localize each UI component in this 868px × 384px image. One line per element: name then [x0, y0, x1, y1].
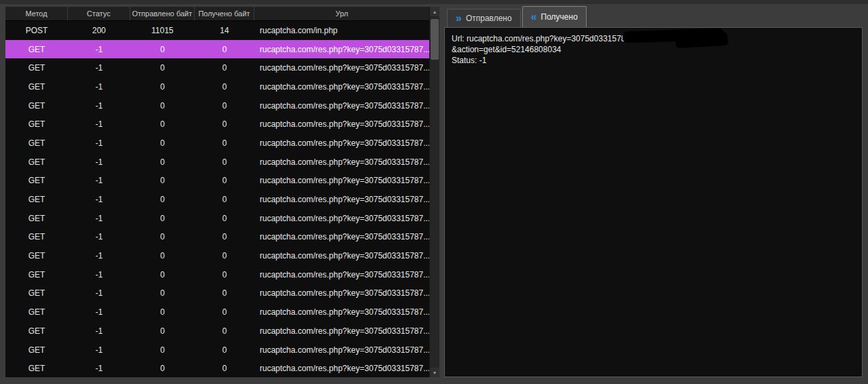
column-header-method[interactable]: Метод	[5, 7, 68, 20]
column-header-status[interactable]: Статус	[68, 7, 130, 20]
cell-sent-bytes: 0	[130, 190, 195, 209]
table-row[interactable]: GET -1 0 0 rucaptcha.com/res.php?key=307…	[5, 77, 429, 96]
table-body: POST 200 11015 14 rucaptcha.com/in.php G…	[5, 21, 429, 377]
table-row[interactable]: GET -1 0 0 rucaptcha.com/res.php?key=307…	[5, 228, 429, 247]
cell-method: POST	[5, 21, 68, 40]
table-row[interactable]: GET -1 0 0 rucaptcha.com/res.php?key=307…	[5, 115, 429, 134]
cell-status: -1	[68, 322, 130, 341]
cell-status: 200	[68, 21, 130, 40]
cell-received-bytes: 0	[195, 77, 254, 96]
requests-table-pane: Метод Статус Отправлено байт Получено ба…	[5, 7, 439, 377]
cell-method: GET	[5, 58, 68, 77]
cell-status: -1	[68, 58, 130, 77]
cell-method: GET	[5, 359, 68, 377]
cell-received-bytes: 0	[195, 134, 254, 153]
cell-received-bytes: 0	[195, 190, 254, 209]
table-row[interactable]: GET -1 0 0 rucaptcha.com/res.php?key=307…	[5, 359, 429, 377]
tab-sent[interactable]: » Отправлено	[447, 9, 521, 27]
cell-method: GET	[5, 77, 68, 96]
scrollbar-thumb[interactable]	[431, 19, 439, 60]
table-row[interactable]: GET -1 0 0 rucaptcha.com/res.php?key=307…	[5, 40, 429, 59]
cell-received-bytes: 14	[195, 21, 254, 40]
cell-url: rucaptcha.com/res.php?key=3075d03315787.…	[254, 341, 429, 360]
tab-received[interactable]: « Получено	[522, 6, 587, 27]
redaction-mark	[713, 32, 728, 41]
table-row[interactable]: GET -1 0 0 rucaptcha.com/res.php?key=307…	[5, 303, 429, 322]
response-params-line: &action=get&id=52146808034	[452, 44, 855, 55]
cell-received-bytes: 0	[195, 359, 254, 377]
table-row[interactable]: GET -1 0 0 rucaptcha.com/res.php?key=307…	[5, 190, 429, 209]
cell-url: rucaptcha.com/res.php?key=3075d03315787.…	[254, 209, 429, 228]
column-header-url[interactable]: Урл	[254, 7, 429, 20]
cell-sent-bytes: 0	[130, 246, 195, 265]
cell-sent-bytes: 0	[130, 153, 195, 172]
table-row[interactable]: POST 200 11015 14 rucaptcha.com/in.php	[5, 21, 429, 40]
table-row[interactable]: GET -1 0 0 rucaptcha.com/res.php?key=307…	[5, 209, 429, 228]
cell-received-bytes: 0	[195, 322, 254, 341]
cell-method: GET	[5, 96, 68, 115]
cell-url: rucaptcha.com/res.php?key=3075d03315787.…	[254, 265, 429, 284]
cell-method: GET	[5, 115, 68, 134]
table-row[interactable]: GET -1 0 0 rucaptcha.com/res.php?key=307…	[5, 246, 429, 265]
cell-received-bytes: 0	[195, 303, 254, 322]
table-header: Метод Статус Отправлено байт Получено ба…	[5, 7, 429, 21]
cell-url: rucaptcha.com/res.php?key=3075d03315787.…	[254, 153, 429, 172]
cell-status: -1	[68, 77, 130, 96]
table-row[interactable]: GET -1 0 0 rucaptcha.com/res.php?key=307…	[5, 96, 429, 115]
cell-url: rucaptcha.com/res.php?key=3075d03315787.…	[254, 134, 429, 153]
cell-received-bytes: 0	[195, 228, 254, 247]
scrollbar-down-arrow-icon[interactable]: ▼	[430, 368, 439, 377]
cell-received-bytes: 0	[195, 40, 254, 59]
cell-url: rucaptcha.com/res.php?key=3075d03315787.…	[254, 96, 429, 115]
column-header-sent-bytes[interactable]: Отправлено байт	[130, 7, 195, 20]
cell-url: rucaptcha.com/res.php?key=3075d03315787.…	[254, 359, 429, 377]
scrollbar-up-arrow-icon[interactable]: ▲	[430, 7, 439, 16]
cell-status: -1	[68, 284, 130, 303]
cell-status: -1	[68, 153, 130, 172]
cell-sent-bytes: 0	[130, 265, 195, 284]
cell-url: rucaptcha.com/res.php?key=3075d03315787.…	[254, 115, 429, 134]
scrollbar-track[interactable]	[430, 16, 439, 368]
cell-url: rucaptcha.com/res.php?key=3075d03315787.…	[254, 77, 429, 96]
cell-url: rucaptcha.com/in.php	[254, 21, 429, 40]
cell-method: GET	[5, 246, 68, 265]
cell-received-bytes: 0	[195, 96, 254, 115]
cell-received-bytes: 0	[195, 246, 254, 265]
cell-method: GET	[5, 172, 68, 191]
cell-received-bytes: 0	[195, 209, 254, 228]
table-scrollbar[interactable]: ▲ ▼	[429, 7, 439, 377]
cell-method: GET	[5, 209, 68, 228]
column-header-received-bytes[interactable]: Получено байт	[195, 7, 254, 20]
table-row[interactable]: GET -1 0 0 rucaptcha.com/res.php?key=307…	[5, 341, 429, 360]
cell-sent-bytes: 0	[130, 284, 195, 303]
cell-url: rucaptcha.com/res.php?key=3075d03315787.…	[254, 190, 429, 209]
cell-status: -1	[68, 40, 130, 59]
table-row[interactable]: GET -1 0 0 rucaptcha.com/res.php?key=307…	[5, 58, 429, 77]
table-row[interactable]: GET -1 0 0 rucaptcha.com/res.php?key=307…	[5, 172, 429, 191]
table-row[interactable]: GET -1 0 0 rucaptcha.com/res.php?key=307…	[5, 284, 429, 303]
cell-method: GET	[5, 303, 68, 322]
cell-method: GET	[5, 284, 68, 303]
cell-received-bytes: 0	[195, 153, 254, 172]
detail-tabs: » Отправлено « Получено	[444, 5, 863, 27]
cell-method: GET	[5, 341, 68, 360]
cell-url: rucaptcha.com/res.php?key=3075d03315787.…	[254, 40, 429, 59]
cell-status: -1	[68, 134, 130, 153]
cell-received-bytes: 0	[195, 341, 254, 360]
cell-sent-bytes: 0	[130, 228, 195, 247]
cell-sent-bytes: 0	[130, 322, 195, 341]
cell-status: -1	[68, 115, 130, 134]
cell-status: -1	[68, 246, 130, 265]
response-content-area: Url: rucaptcha.com/res.php?key=3075d0331…	[444, 27, 863, 377]
table-row[interactable]: GET -1 0 0 rucaptcha.com/res.php?key=307…	[5, 134, 429, 153]
cell-sent-bytes: 0	[130, 209, 195, 228]
table-row[interactable]: GET -1 0 0 rucaptcha.com/res.php?key=307…	[5, 153, 429, 172]
window-top-edge	[0, 0, 868, 4]
table-row[interactable]: GET -1 0 0 rucaptcha.com/res.php?key=307…	[5, 322, 429, 341]
cell-received-bytes: 0	[195, 265, 254, 284]
cell-method: GET	[5, 153, 68, 172]
cell-sent-bytes: 0	[130, 172, 195, 191]
cell-url: rucaptcha.com/res.php?key=3075d03315787.…	[254, 228, 429, 247]
cell-status: -1	[68, 190, 130, 209]
table-row[interactable]: GET -1 0 0 rucaptcha.com/res.php?key=307…	[5, 265, 429, 284]
